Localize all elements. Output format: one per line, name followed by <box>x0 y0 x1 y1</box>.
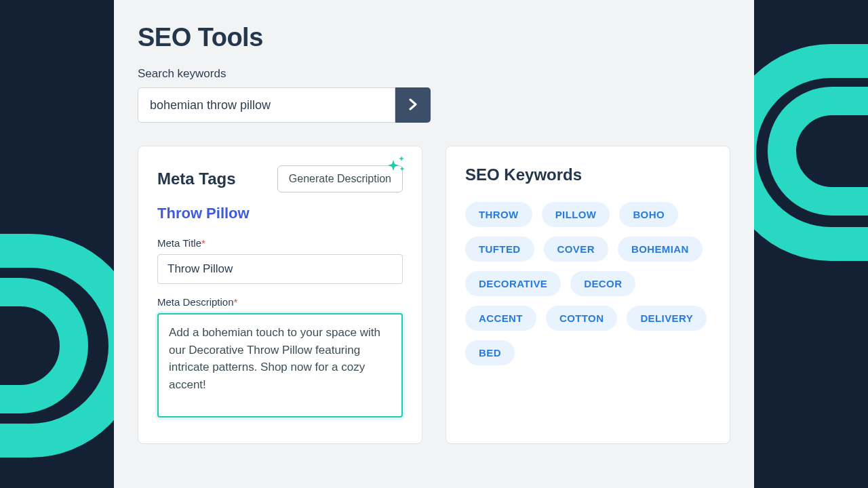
search-input[interactable] <box>138 87 395 123</box>
meta-subheading: Throw Pillow <box>157 205 403 222</box>
keyword-tag[interactable]: BOHO <box>619 202 678 227</box>
keyword-tag[interactable]: TUFTED <box>465 237 534 262</box>
page-title: SEO Tools <box>138 23 730 52</box>
keyword-list: THROWPILLOWBOHOTUFTEDCOVERBOHEMIANDECORA… <box>465 202 711 365</box>
keyword-tag[interactable]: DELIVERY <box>627 306 707 331</box>
keyword-tag[interactable]: DECORATIVE <box>465 271 561 296</box>
chevron-right-icon <box>408 96 418 115</box>
keyword-tag[interactable]: COVER <box>544 237 608 262</box>
meta-heading: Meta Tags <box>157 169 236 188</box>
search-row <box>138 87 431 123</box>
meta-description-textarea[interactable] <box>157 313 403 418</box>
generate-description-button[interactable]: Generate Description <box>277 165 403 192</box>
search-label: Search keywords <box>138 67 730 81</box>
keyword-tag[interactable]: BED <box>465 340 515 365</box>
seo-heading: SEO Keywords <box>465 165 711 184</box>
keyword-tag[interactable]: DECOR <box>570 271 635 296</box>
main-card: SEO Tools Search keywords Meta Tags <box>114 0 754 488</box>
keyword-tag[interactable]: ACCENT <box>465 306 536 331</box>
search-submit-button[interactable] <box>395 87 431 123</box>
keyword-tag[interactable]: BOHEMIAN <box>618 237 703 262</box>
keyword-tag[interactable]: THROW <box>465 202 532 227</box>
meta-title-label: Meta Title* <box>157 237 403 249</box>
keyword-tag[interactable]: PILLOW <box>542 202 610 227</box>
keyword-tag[interactable]: COTTON <box>546 306 617 331</box>
seo-keywords-panel: SEO Keywords THROWPILLOWBOHOTUFTEDCOVERB… <box>446 146 730 444</box>
required-asterisk: * <box>234 296 238 308</box>
required-asterisk: * <box>201 237 205 249</box>
meta-tags-panel: Meta Tags Generate Description Throw Pil… <box>138 146 422 444</box>
meta-title-input[interactable] <box>157 254 403 284</box>
meta-description-label: Meta Description* <box>157 296 403 308</box>
